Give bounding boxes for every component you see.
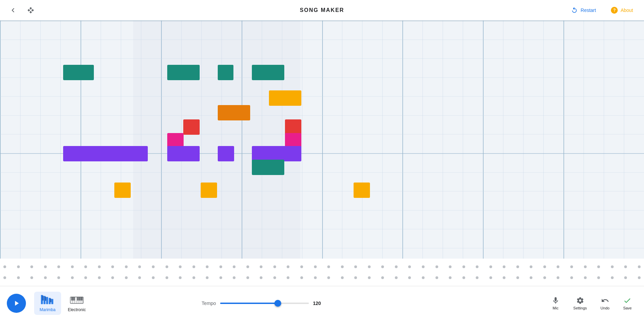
beat-dot[interactable] <box>449 276 452 279</box>
beat-dot[interactable] <box>17 276 20 279</box>
beat-dot[interactable] <box>638 265 641 268</box>
note-block[interactable] <box>269 90 301 106</box>
beat-dot[interactable] <box>233 265 235 268</box>
electronic-button[interactable]: Electronic <box>62 292 91 315</box>
beat-dot[interactable] <box>17 265 20 268</box>
beat-dot[interactable] <box>327 276 330 279</box>
beat-dot[interactable] <box>530 265 532 268</box>
back-button[interactable] <box>7 4 19 16</box>
beat-dot[interactable] <box>368 276 371 279</box>
beat-dot[interactable] <box>570 265 573 268</box>
beat-dot[interactable] <box>611 265 614 268</box>
beat-dot[interactable] <box>273 265 276 268</box>
beat-dot[interactable] <box>584 276 587 279</box>
save-button[interactable]: Save <box>618 294 637 313</box>
beat-dot[interactable] <box>476 265 478 268</box>
beat-dot[interactable] <box>638 276 641 279</box>
beat-dot[interactable] <box>260 265 262 268</box>
beat-dot[interactable] <box>381 265 384 268</box>
note-block[interactable] <box>218 65 233 80</box>
beat-dot[interactable] <box>327 265 330 268</box>
beat-dot[interactable] <box>516 276 519 279</box>
beat-dot[interactable] <box>543 276 546 279</box>
beat-dot[interactable] <box>84 265 87 268</box>
beat-dot[interactable] <box>57 265 60 268</box>
beat-dot[interactable] <box>138 276 141 279</box>
beat-dot[interactable] <box>111 265 114 268</box>
beat-dot[interactable] <box>125 265 128 268</box>
beat-dot[interactable] <box>435 276 438 279</box>
beat-dot[interactable] <box>206 276 209 279</box>
beat-dot[interactable] <box>98 265 101 268</box>
beat-dot[interactable] <box>530 276 532 279</box>
note-block[interactable] <box>201 183 217 198</box>
beat-dot[interactable] <box>246 276 249 279</box>
beat-dot[interactable] <box>192 265 195 268</box>
note-block[interactable] <box>183 119 200 135</box>
beat-dot[interactable] <box>557 265 559 268</box>
beat-dot[interactable] <box>125 276 128 279</box>
dots-row-upper[interactable] <box>0 265 644 268</box>
note-block[interactable] <box>285 119 301 135</box>
beat-dot[interactable] <box>98 276 101 279</box>
beat-dot[interactable] <box>166 265 168 268</box>
beat-dot[interactable] <box>84 276 87 279</box>
note-block[interactable] <box>218 146 234 161</box>
beat-dot[interactable] <box>354 265 357 268</box>
beat-dot[interactable] <box>422 265 425 268</box>
beat-dot[interactable] <box>381 276 384 279</box>
grid-container[interactable] <box>0 20 644 286</box>
beat-dot[interactable] <box>219 265 222 268</box>
beat-dot[interactable] <box>71 265 74 268</box>
beat-dot[interactable] <box>219 276 222 279</box>
beat-dot[interactable] <box>503 276 505 279</box>
beat-dot[interactable] <box>462 276 465 279</box>
beat-dot[interactable] <box>449 265 452 268</box>
beat-dot[interactable] <box>489 276 492 279</box>
beat-dot[interactable] <box>71 276 74 279</box>
beat-dot[interactable] <box>314 276 317 279</box>
beat-dot[interactable] <box>503 265 505 268</box>
restart-button[interactable]: Restart <box>567 4 600 16</box>
beat-dot[interactable] <box>30 265 33 268</box>
beat-dot[interactable] <box>422 276 425 279</box>
beat-dot[interactable] <box>408 276 411 279</box>
beat-dot[interactable] <box>287 265 289 268</box>
beat-dot[interactable] <box>570 276 573 279</box>
beat-dot[interactable] <box>584 265 587 268</box>
beat-dot[interactable] <box>624 276 627 279</box>
beat-dot[interactable] <box>597 276 600 279</box>
beat-dot[interactable] <box>30 276 33 279</box>
beat-dot[interactable] <box>179 276 182 279</box>
beat-dot[interactable] <box>314 265 317 268</box>
beat-dot[interactable] <box>395 265 398 268</box>
note-block[interactable] <box>252 160 284 175</box>
note-block[interactable] <box>63 65 94 80</box>
note-block[interactable] <box>63 146 148 161</box>
beat-dot[interactable] <box>354 276 357 279</box>
note-block[interactable] <box>252 146 301 161</box>
beat-dot[interactable] <box>152 276 155 279</box>
note-block[interactable] <box>167 65 200 80</box>
beat-dot[interactable] <box>152 265 155 268</box>
dots-row-lower[interactable] <box>0 276 644 279</box>
note-block[interactable] <box>252 65 284 80</box>
beat-dot[interactable] <box>273 276 276 279</box>
beat-dot[interactable] <box>300 265 303 268</box>
beat-dot[interactable] <box>368 265 371 268</box>
beat-dot[interactable] <box>611 276 614 279</box>
undo-button[interactable]: Undo <box>595 294 615 313</box>
beat-dot[interactable] <box>395 276 398 279</box>
beat-dot[interactable] <box>516 265 519 268</box>
tempo-slider-container[interactable] <box>220 297 309 309</box>
beat-dot[interactable] <box>341 265 344 268</box>
note-block[interactable] <box>167 146 200 161</box>
beat-dot[interactable] <box>166 276 168 279</box>
about-button[interactable]: ? About <box>607 4 637 16</box>
beat-dot[interactable] <box>462 265 465 268</box>
beat-dot[interactable] <box>44 276 47 279</box>
beat-dot[interactable] <box>246 265 249 268</box>
move-button[interactable] <box>25 4 37 16</box>
beat-dot[interactable] <box>260 276 262 279</box>
main-grid-area[interactable] <box>0 20 644 286</box>
